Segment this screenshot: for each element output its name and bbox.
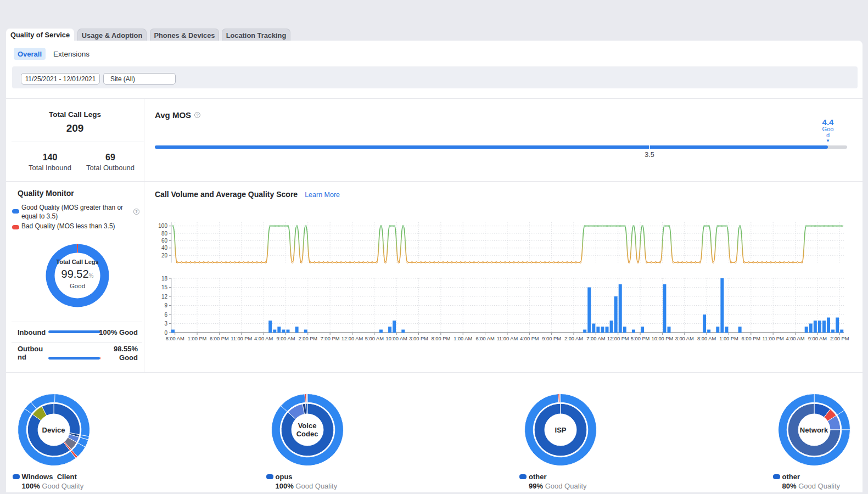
bad-quality-legend-label: Bad Quality (MOS less than 3.5) <box>21 222 137 231</box>
svg-text:5:00 PM: 5:00 PM <box>631 336 650 341</box>
divider <box>12 342 142 343</box>
voice-codec-sunburst-legend-quality: 100% Good Quality <box>276 482 338 490</box>
svg-text:5:00 AM: 5:00 AM <box>365 336 384 341</box>
tab-quality-of-service[interactable]: Quality of Service <box>6 29 74 41</box>
tab-usage-adoption[interactable]: Usage & Adoption <box>77 29 147 41</box>
svg-text:8:00 PM: 8:00 PM <box>432 336 451 341</box>
svg-text:60: 60 <box>161 238 168 244</box>
divider <box>6 181 863 182</box>
divider <box>6 372 863 373</box>
content-panel: Overall Extensions 11/25/2021 - 12/01/20… <box>6 41 863 492</box>
divider <box>12 322 142 322</box>
learn-more-link[interactable]: Learn More <box>305 191 340 199</box>
svg-text:4:00 PM: 4:00 PM <box>520 336 539 341</box>
device-sunburst-legend-quality: 100% Good Quality <box>22 482 84 490</box>
svg-text:4:00 AM: 4:00 AM <box>254 336 273 341</box>
good-quality-legend-label: Good Quality (MOS greater than or equal … <box>21 204 131 221</box>
divider <box>12 142 144 142</box>
donut-center-value: 99.52 <box>61 268 89 280</box>
avg-mos-threshold-tick <box>649 145 650 149</box>
avg-mos-threshold-label: 3.5 <box>641 151 658 159</box>
outbound-quality-bar <box>48 357 100 360</box>
svg-text:15: 15 <box>161 284 168 290</box>
svg-text:2:00 AM: 2:00 AM <box>564 336 583 341</box>
svg-text:3: 3 <box>164 321 167 327</box>
svg-text:12:00 AM: 12:00 AM <box>341 336 363 341</box>
svg-text:2:00 PM: 2:00 PM <box>830 336 849 341</box>
svg-text:1:00 AM: 1:00 AM <box>453 336 472 341</box>
total-outbound-label: Total Outbound <box>77 164 143 172</box>
svg-text:40: 40 <box>161 245 168 251</box>
network-sunburst-legend-dot <box>773 474 780 479</box>
svg-text:3:00 PM: 3:00 PM <box>409 336 428 341</box>
isp-sunburst-legend-dot <box>519 474 527 479</box>
call-volume-title: Call Volume and Average Quality Score <box>155 190 298 199</box>
total-call-legs-block: Total Call Legs 209 <box>6 110 144 134</box>
svg-text:100: 100 <box>158 223 167 229</box>
avg-mos-info-icon[interactable]: ? <box>194 112 200 118</box>
inbound-quality-bar <box>48 330 100 333</box>
svg-text:1:00 PM: 1:00 PM <box>188 336 207 341</box>
svg-text:10:00 PM: 10:00 PM <box>652 336 674 341</box>
date-range-input[interactable]: 11/25/2021 - 12/01/2021 <box>21 73 100 85</box>
tab-location-tracking[interactable]: Location Tracking <box>222 29 290 41</box>
call-volume-chart[interactable]: 8:00 AM1:00 PM6:00 PM11:00 PM4:00 AM9:00… <box>144 217 855 346</box>
svg-text:3:00 AM: 3:00 AM <box>675 336 694 341</box>
avg-mos-tooltip-arrow-icon: ▼ <box>820 138 836 143</box>
network-sunburst-legend-label: other <box>782 473 800 481</box>
avg-mos-value-tooltip: 4.4 Good ▼ <box>820 118 836 143</box>
network-sunburst-legend-quality: 80% Good Quality <box>782 482 841 490</box>
svg-text:12:00 PM: 12:00 PM <box>607 336 629 341</box>
quality-monitor-donut-center: Total Call Legs 99.52% Good <box>28 259 127 289</box>
inbound-label: Inbound <box>18 328 49 336</box>
quality-monitor-info-icon[interactable]: ? <box>133 209 139 215</box>
voice-codec-sunburst-legend-label: opus <box>276 473 293 481</box>
voice-codec-sunburst-legend-dot <box>266 474 273 479</box>
total-inbound-value: 140 <box>17 153 83 162</box>
isp-sunburst-chart[interactable]: ISP <box>522 391 599 468</box>
site-filter-input[interactable]: Site (All) <box>103 73 176 85</box>
tab-phones-devices[interactable]: Phones & Devices <box>150 29 219 41</box>
svg-text:18: 18 <box>161 276 168 282</box>
svg-text:8:00 AM: 8:00 AM <box>697 336 716 341</box>
outbound-label: Outbound <box>18 345 46 361</box>
svg-text:80: 80 <box>161 231 168 237</box>
svg-text:6:00 PM: 6:00 PM <box>741 336 760 341</box>
good-quality-legend-dot <box>12 209 19 214</box>
call-volume-header: Call Volume and Average Quality Score Le… <box>155 190 340 199</box>
total-outbound-block: 69 Total Outbound <box>77 153 143 172</box>
avg-mos-title: Avg MOS <box>155 110 191 120</box>
svg-text:9:00 AM: 9:00 AM <box>808 336 827 341</box>
total-call-legs-label: Total Call Legs <box>6 110 144 119</box>
tab-overall[interactable]: Overall <box>14 48 46 60</box>
svg-text:11:00 PM: 11:00 PM <box>231 336 252 341</box>
voice-codec-sunburst-chart[interactable]: VoiceCodec <box>269 391 346 468</box>
total-call-legs-value: 209 <box>6 122 144 134</box>
network-sunburst-chart[interactable]: Network <box>776 391 853 468</box>
outbound-value: 98.55% Good <box>104 345 138 362</box>
svg-text:9:00 PM: 9:00 PM <box>542 336 561 341</box>
avg-mos-value-label: Good <box>822 126 835 138</box>
svg-text:11:00 PM: 11:00 PM <box>763 336 784 341</box>
donut-center-label: Good <box>28 283 127 289</box>
bad-quality-legend-dot <box>12 225 19 229</box>
svg-text:6:00 PM: 6:00 PM <box>210 336 229 341</box>
svg-text:1:00 PM: 1:00 PM <box>719 336 738 341</box>
donut-center-title: Total Call Legs <box>28 259 127 265</box>
svg-text:6: 6 <box>164 312 167 318</box>
inbound-value: 100% Good <box>94 328 138 337</box>
total-inbound-label: Total Inbound <box>17 164 83 172</box>
tab-extensions[interactable]: Extensions <box>53 48 89 60</box>
svg-text:11:00 AM: 11:00 AM <box>497 336 518 341</box>
svg-text:12: 12 <box>161 294 168 300</box>
filter-bar: 11/25/2021 - 12/01/2021 Site (All) <box>12 66 858 88</box>
svg-text:20: 20 <box>161 252 168 259</box>
svg-text:6:00 AM: 6:00 AM <box>476 336 495 341</box>
isp-sunburst-legend-quality: 99% Good Quality <box>529 482 587 490</box>
avg-mos-value: 4.4 <box>820 118 836 126</box>
svg-text:4:00 AM: 4:00 AM <box>786 336 804 341</box>
device-sunburst-legend-label: Windows_Client <box>22 473 77 481</box>
total-inbound-block: 140 Total Inbound <box>17 153 83 172</box>
svg-text:0: 0 <box>164 330 167 336</box>
device-sunburst-chart[interactable]: Device <box>15 391 92 468</box>
